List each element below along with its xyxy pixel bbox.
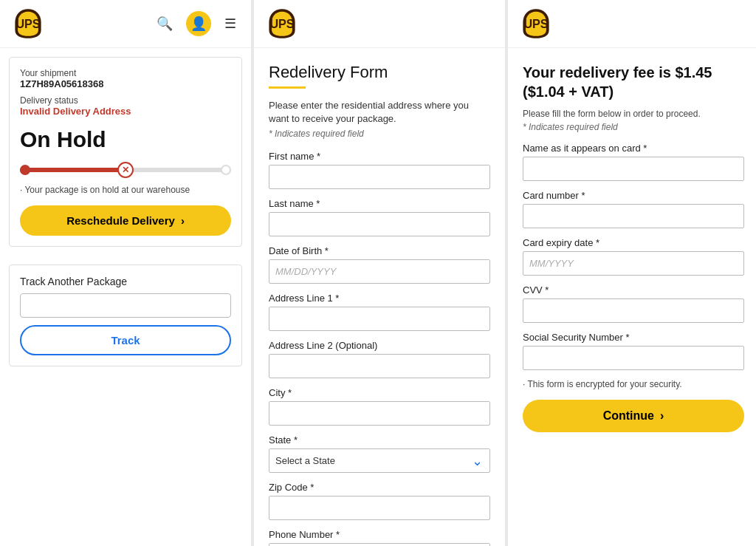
first-name-label: First name * <box>269 151 490 162</box>
reschedule-arrow: › <box>181 214 185 227</box>
menu-button[interactable]: ☰ <box>221 13 239 35</box>
payment-form-area: Your redelivery fee is $1.45 ($1.04 + VA… <box>508 48 756 447</box>
svg-text:UPS: UPS <box>269 17 294 30</box>
expiry-input[interactable] <box>523 251 744 276</box>
user-icon: 👤 <box>190 16 207 32</box>
progress-dot-middle: ✕ <box>117 162 134 178</box>
panel3-header: UPS <box>508 0 756 48</box>
progress-dot-end <box>221 165 231 175</box>
card-name-group: Name as it appears on card * <box>523 143 744 181</box>
dob-input[interactable] <box>269 259 490 284</box>
continue-label: Continue <box>603 409 654 423</box>
payment-description: Please fill the form below in order to p… <box>523 109 744 119</box>
required-note: * Indicates required field <box>269 129 490 139</box>
dob-group: Date of Birth * <box>269 245 490 284</box>
progress-track: ✕ <box>20 168 231 172</box>
state-label: State * <box>269 434 490 446</box>
card-number-group: Card number * <box>523 190 744 228</box>
city-input[interactable] <box>269 401 490 426</box>
search-icon: 🔍 <box>157 16 173 31</box>
reschedule-label: Reschedule Delivery <box>66 214 175 227</box>
tracking-number: 1Z7H89A05618368 <box>20 78 231 89</box>
address2-group: Address Line 2 (Optional) <box>269 340 490 378</box>
last-name-input[interactable] <box>269 212 490 236</box>
continue-button[interactable]: Continue › <box>523 400 744 432</box>
card-number-label: Card number * <box>523 190 744 201</box>
menu-icon: ☰ <box>224 16 236 31</box>
reschedule-button[interactable]: Reschedule Delivery › <box>20 205 231 236</box>
expiry-group: Card expiry date * <box>523 237 744 276</box>
form-title-underline <box>269 86 306 89</box>
progress-dot-start <box>20 165 30 175</box>
cvv-group: CVV * <box>523 284 744 323</box>
svg-text:UPS: UPS <box>16 17 40 30</box>
shipment-box: Your shipment 1Z7H89A05618368 Delivery s… <box>9 57 242 247</box>
card-name-label: Name as it appears on card * <box>523 143 744 154</box>
panel2-header: UPS <box>254 0 505 48</box>
state-select[interactable]: Select a State Alabama Alaska Arizona Ca… <box>269 448 490 473</box>
ssn-group: Social Security Number * <box>523 332 744 370</box>
payment-panel: UPS Your redelivery fee is $1.45 ($1.04 … <box>508 0 756 546</box>
last-name-group: Last name * <box>269 198 490 236</box>
zip-group: Zip Code * <box>269 482 490 520</box>
progress-bar: ✕ <box>20 161 231 179</box>
user-button[interactable]: 👤 <box>186 11 211 36</box>
continue-arrow: › <box>660 409 664 423</box>
track-button[interactable]: Track <box>20 325 231 355</box>
address2-input[interactable] <box>269 354 490 378</box>
ups-logo: UPS <box>12 7 44 40</box>
progress-note: · Your package is on hold at our warehou… <box>20 185 231 195</box>
ups-logo-3: UPS <box>520 7 552 40</box>
phone-label: Phone Number * <box>269 529 490 540</box>
redelivery-form-area: Redelivery Form Please enter the residen… <box>254 48 505 546</box>
panel1-header: UPS 🔍 👤 ☰ <box>0 0 251 48</box>
encrypted-note: · This form is encrypted for your securi… <box>523 379 744 389</box>
phone-input[interactable] <box>269 543 490 546</box>
dob-label: Date of Birth * <box>269 245 490 256</box>
x-mark-icon: ✕ <box>122 165 129 175</box>
tracking-panel: UPS 🔍 👤 ☰ Your shipment 1Z7H89A05618368 … <box>0 0 251 546</box>
card-name-input[interactable] <box>523 157 744 181</box>
on-hold-text: On Hold <box>20 127 231 152</box>
phone-group: Phone Number * <box>269 529 490 546</box>
progress-fill <box>20 168 130 172</box>
state-select-wrapper: Select a State Alabama Alaska Arizona Ca… <box>269 448 490 473</box>
ssn-label: Social Security Number * <box>523 332 744 343</box>
address2-label: Address Line 2 (Optional) <box>269 340 490 351</box>
cvv-input[interactable] <box>523 298 744 323</box>
header-icons: 🔍 👤 ☰ <box>154 11 239 36</box>
ups-logo-2: UPS <box>266 7 298 40</box>
city-label: City * <box>269 387 490 398</box>
form-title: Redelivery Form <box>269 63 490 82</box>
shipment-label: Your shipment <box>20 68 231 78</box>
track-input[interactable] <box>20 293 231 318</box>
delivery-status-label: Delivery status <box>20 95 231 106</box>
city-group: City * <box>269 387 490 426</box>
address1-label: Address Line 1 * <box>269 293 490 304</box>
track-label: Track Another Package <box>20 276 231 287</box>
zip-label: Zip Code * <box>269 482 490 493</box>
zip-input[interactable] <box>269 496 490 520</box>
track-box: Track Another Package Track <box>9 265 242 366</box>
expiry-label: Card expiry date * <box>523 237 744 248</box>
card-number-input[interactable] <box>523 204 744 228</box>
search-button[interactable]: 🔍 <box>154 13 176 35</box>
first-name-group: First name * <box>269 151 490 189</box>
svg-text:UPS: UPS <box>523 17 548 30</box>
cvv-label: CVV * <box>523 284 744 296</box>
delivery-status-value: Invalid Delivery Address <box>20 106 231 117</box>
first-name-input[interactable] <box>269 165 490 189</box>
redelivery-panel: UPS Redelivery Form Please enter the res… <box>254 0 505 546</box>
track-button-label: Track <box>111 334 140 347</box>
form-description: Please enter the residential address whe… <box>269 99 490 126</box>
main-container: UPS 🔍 👤 ☰ Your shipment 1Z7H89A05618368 … <box>0 0 756 546</box>
ssn-input[interactable] <box>523 346 744 370</box>
state-group: State * Select a State Alabama Alaska Ar… <box>269 434 490 473</box>
payment-title: Your redelivery fee is $1.45 ($1.04 + VA… <box>523 63 744 101</box>
last-name-label: Last name * <box>269 198 490 209</box>
address1-input[interactable] <box>269 307 490 331</box>
payment-required: * Indicates required field <box>523 122 744 132</box>
address1-group: Address Line 1 * <box>269 293 490 331</box>
